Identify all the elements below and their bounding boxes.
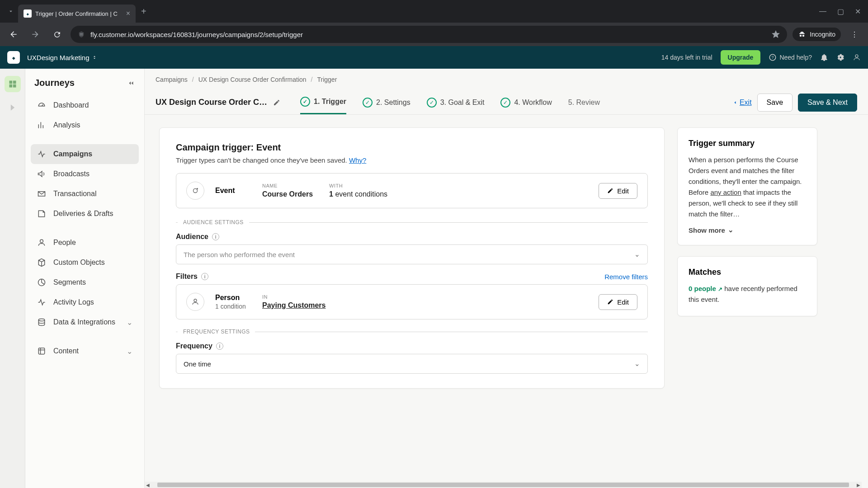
rail-other-icon[interactable]: [5, 99, 21, 116]
sidebar-item-segments[interactable]: Segments: [31, 272, 139, 292]
notifications-icon[interactable]: [820, 53, 828, 61]
sidebar: Journeys Dashboard Analysis Campaigns Br: [25, 69, 145, 488]
audience-select[interactable]: The person who performed the event ⌄: [176, 244, 648, 264]
bookmark-icon[interactable]: [772, 30, 780, 38]
check-icon: ✓: [427, 98, 437, 108]
remove-filters-link[interactable]: Remove filters: [604, 273, 648, 281]
app-logo-icon[interactable]: ⬥: [7, 51, 20, 64]
reload-button[interactable]: [49, 26, 65, 42]
content-icon: [37, 347, 47, 356]
sidebar-item-broadcasts[interactable]: Broadcasts: [31, 164, 139, 184]
save-next-button[interactable]: Save & Next: [798, 94, 857, 112]
campaigns-icon: [37, 150, 47, 159]
breadcrumb-campaigns[interactable]: Campaigns: [156, 76, 188, 83]
event-config-card: Event NAME Course Orders WITH 1 event co…: [176, 173, 648, 208]
help-icon: ?: [769, 53, 777, 61]
audience-divider: AUDIENCE SETTINGS: [176, 219, 648, 225]
check-icon: ✓: [500, 98, 510, 108]
sidebar-item-deliveries[interactable]: Deliveries & Drafts: [31, 204, 139, 224]
summary-title: Trigger summary: [689, 139, 806, 148]
pencil-icon[interactable]: [273, 99, 280, 106]
close-window-icon[interactable]: ✕: [855, 7, 861, 16]
chevron-down-icon: ⌄: [728, 226, 734, 234]
collapse-sidebar-icon[interactable]: [127, 79, 135, 87]
incognito-badge[interactable]: Incognito: [793, 28, 841, 41]
breadcrumb-campaign[interactable]: UX Design Course Order Confirmation: [198, 76, 307, 83]
sidebar-item-activity-logs[interactable]: Activity Logs: [31, 292, 139, 312]
close-icon[interactable]: ×: [126, 9, 130, 18]
matches-title: Matches: [689, 267, 806, 277]
step-goal-exit[interactable]: ✓ 3. Goal & Exit: [427, 90, 485, 114]
check-icon: ✓: [363, 98, 373, 108]
browser-menu-icon[interactable]: ⋮: [846, 26, 863, 42]
sidebar-item-people[interactable]: People: [31, 233, 139, 253]
step-workflow[interactable]: ✓ 4. Workflow: [500, 90, 552, 114]
why-link[interactable]: Why?: [349, 156, 366, 164]
scroll-left-icon[interactable]: ◀: [145, 483, 151, 488]
step-trigger[interactable]: ✓ 1. Trigger: [300, 90, 346, 114]
step-settings[interactable]: ✓ 2. Settings: [363, 90, 410, 114]
objects-icon: [37, 258, 47, 267]
breadcrumb-current: Trigger: [317, 76, 337, 83]
rail-journeys-icon[interactable]: [5, 76, 21, 92]
horizontal-scrollbar[interactable]: ◀ ▶: [145, 482, 862, 488]
help-button[interactable]: ? Need help?: [769, 53, 812, 61]
new-tab-button[interactable]: +: [141, 6, 146, 17]
event-name-value: Course Orders: [262, 190, 313, 198]
sidebar-item-content[interactable]: Content ⌄: [31, 341, 139, 361]
matches-count-link[interactable]: 0 people ↗: [689, 285, 724, 292]
sidebar-item-dashboard[interactable]: Dashboard: [31, 95, 139, 115]
sidebar-item-custom-objects[interactable]: Custom Objects: [31, 253, 139, 272]
panel-subtitle: Trigger types can't be changed once they…: [176, 156, 648, 164]
pencil-icon: [607, 188, 613, 194]
profile-icon[interactable]: [853, 53, 861, 61]
trial-banner: 14 days left in trial: [661, 54, 712, 61]
save-button[interactable]: Save: [757, 94, 793, 112]
frequency-select[interactable]: One time ⌄: [176, 354, 648, 374]
tab-search-dropdown[interactable]: [4, 4, 18, 19]
info-icon[interactable]: i: [212, 233, 219, 240]
deliveries-icon: [37, 209, 47, 218]
edit-event-button[interactable]: Edit: [599, 183, 637, 199]
pencil-icon: [607, 299, 613, 305]
sidebar-item-analysis[interactable]: Analysis: [31, 115, 139, 135]
sidebar-item-campaigns[interactable]: Campaigns: [31, 144, 139, 164]
sidebar-item-data-integrations[interactable]: Data & Integrations ⌄: [31, 312, 139, 332]
site-info-icon[interactable]: [78, 31, 85, 38]
settings-icon[interactable]: [836, 53, 844, 61]
segment-link[interactable]: Paying Customers: [262, 301, 326, 310]
step-review[interactable]: 5. Review: [568, 90, 600, 114]
info-icon[interactable]: i: [216, 343, 223, 350]
window-controls: — ▢ ✕: [819, 7, 864, 16]
workspace-switcher[interactable]: UXDesign Marketing: [27, 54, 97, 61]
transactional-icon: [37, 189, 47, 198]
svg-point-7: [193, 189, 198, 193]
scrollbar-thumb[interactable]: [157, 483, 849, 487]
any-action-link[interactable]: any action: [710, 188, 741, 196]
upgrade-button[interactable]: Upgrade: [721, 50, 761, 65]
url-bar[interactable]: fly.customer.io/workspaces/160831/journe…: [71, 26, 787, 43]
scroll-right-icon[interactable]: ▶: [855, 483, 862, 488]
minimize-icon[interactable]: —: [819, 7, 826, 16]
back-button[interactable]: [5, 26, 22, 42]
svg-point-8: [197, 188, 198, 189]
sidebar-title: Journeys: [34, 78, 75, 88]
segments-icon: [37, 278, 47, 287]
person-icon: [186, 293, 204, 311]
svg-point-5: [38, 319, 44, 321]
sidebar-item-transactional[interactable]: Transactional: [31, 184, 139, 204]
with-label: WITH: [329, 183, 387, 188]
product-rail: [0, 69, 25, 488]
incognito-icon: [798, 30, 806, 38]
person-condition-count: 1 condition: [215, 303, 251, 310]
edit-filter-button[interactable]: Edit: [599, 294, 637, 310]
show-more-button[interactable]: Show more ⌄: [689, 226, 806, 234]
info-icon[interactable]: i: [201, 273, 208, 280]
chevron-down-icon: ⌄: [634, 250, 640, 258]
chevron-left-icon: [732, 100, 738, 105]
browser-tab[interactable]: ⬥ Trigger | Order Confirmation | C ×: [18, 5, 136, 23]
maximize-icon[interactable]: ▢: [837, 7, 844, 16]
wizard-step-bar: UX Design Course Order Confi… ✓ 1. Trigg…: [145, 87, 868, 115]
exit-link[interactable]: Exit: [732, 99, 752, 107]
forward-button[interactable]: [27, 26, 43, 42]
